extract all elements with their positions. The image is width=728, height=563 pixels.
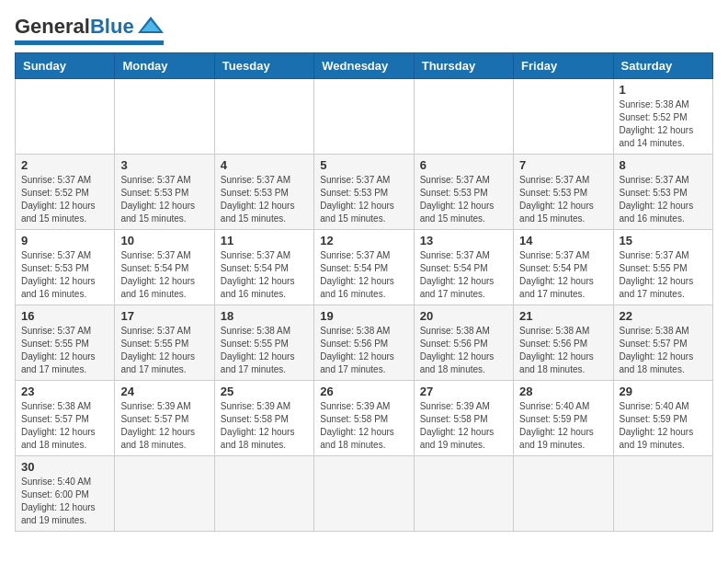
calendar-cell: 19Sunrise: 5:38 AM Sunset: 5:56 PM Dayli… — [314, 305, 414, 381]
day-number: 15 — [620, 234, 707, 247]
day-number: 5 — [320, 158, 407, 172]
calendar-cell — [613, 456, 712, 532]
day-number: 11 — [221, 234, 308, 247]
day-info: Sunrise: 5:39 AM Sunset: 5:58 PM Dayligh… — [420, 400, 507, 452]
day-info: Sunrise: 5:37 AM Sunset: 5:54 PM Dayligh… — [519, 249, 607, 301]
day-number: 18 — [221, 309, 308, 323]
day-info: Sunrise: 5:37 AM Sunset: 5:53 PM Dayligh… — [221, 174, 308, 225]
calendar-cell: 2Sunrise: 5:37 AM Sunset: 5:52 PM Daylig… — [16, 155, 115, 230]
day-info: Sunrise: 5:37 AM Sunset: 5:54 PM Dayligh… — [120, 249, 208, 301]
day-number: 23 — [21, 385, 108, 398]
calendar-cell: 25Sunrise: 5:39 AM Sunset: 5:58 PM Dayli… — [214, 381, 313, 456]
day-info: Sunrise: 5:39 AM Sunset: 5:58 PM Dayligh… — [221, 400, 308, 452]
calendar-cell: 26Sunrise: 5:39 AM Sunset: 5:58 PM Dayli… — [314, 381, 414, 456]
calendar-cell: 15Sunrise: 5:37 AM Sunset: 5:55 PM Dayli… — [613, 230, 712, 305]
day-info: Sunrise: 5:38 AM Sunset: 5:57 PM Dayligh… — [620, 325, 707, 376]
day-number: 30 — [21, 460, 108, 474]
day-number: 9 — [21, 234, 108, 247]
calendar-cell: 10Sunrise: 5:37 AM Sunset: 5:54 PM Dayli… — [115, 230, 214, 305]
day-info: Sunrise: 5:37 AM Sunset: 5:53 PM Dayligh… — [21, 249, 108, 301]
day-info: Sunrise: 5:37 AM Sunset: 5:53 PM Dayligh… — [320, 174, 407, 225]
calendar-cell: 28Sunrise: 5:40 AM Sunset: 5:59 PM Dayli… — [514, 381, 613, 456]
calendar-header-tuesday: Tuesday — [214, 53, 313, 79]
day-info: Sunrise: 5:37 AM Sunset: 5:55 PM Dayligh… — [620, 249, 707, 301]
day-number: 10 — [120, 234, 208, 247]
day-info: Sunrise: 5:37 AM Sunset: 5:53 PM Dayligh… — [420, 174, 507, 225]
day-number: 29 — [620, 385, 707, 398]
calendar: SundayMondayTuesdayWednesdayThursdayFrid… — [15, 52, 713, 532]
day-info: Sunrise: 5:38 AM Sunset: 5:57 PM Dayligh… — [21, 400, 108, 452]
calendar-cell: 23Sunrise: 5:38 AM Sunset: 5:57 PM Dayli… — [16, 381, 115, 456]
calendar-cell: 24Sunrise: 5:39 AM Sunset: 5:57 PM Dayli… — [115, 381, 214, 456]
calendar-cell: 3Sunrise: 5:37 AM Sunset: 5:53 PM Daylig… — [115, 155, 214, 230]
logo-icon — [138, 15, 164, 35]
day-number: 13 — [420, 234, 507, 247]
day-number: 1 — [620, 83, 707, 97]
day-number: 2 — [21, 158, 108, 172]
day-number: 4 — [221, 158, 308, 172]
calendar-cell — [514, 456, 613, 532]
calendar-cell — [115, 79, 214, 155]
calendar-cell: 6Sunrise: 5:37 AM Sunset: 5:53 PM Daylig… — [414, 155, 513, 230]
day-info: Sunrise: 5:37 AM Sunset: 5:52 PM Dayligh… — [21, 174, 108, 225]
day-number: 3 — [120, 158, 208, 172]
calendar-cell: 8Sunrise: 5:37 AM Sunset: 5:53 PM Daylig… — [613, 155, 712, 230]
calendar-cell — [314, 456, 414, 532]
day-number: 17 — [120, 309, 208, 323]
day-number: 24 — [120, 385, 208, 398]
calendar-cell — [115, 456, 214, 532]
header: General Blue — [15, 15, 713, 45]
day-number: 22 — [620, 309, 707, 323]
day-number: 21 — [519, 309, 607, 323]
calendar-cell — [314, 79, 414, 155]
day-info: Sunrise: 5:38 AM Sunset: 5:52 PM Dayligh… — [620, 98, 707, 150]
calendar-cell — [16, 79, 115, 155]
calendar-header-wednesday: Wednesday — [314, 53, 414, 79]
day-number: 20 — [420, 309, 507, 323]
calendar-cell — [414, 456, 513, 532]
day-info: Sunrise: 5:37 AM Sunset: 5:54 PM Dayligh… — [420, 249, 507, 301]
calendar-cell: 11Sunrise: 5:37 AM Sunset: 5:54 PM Dayli… — [214, 230, 313, 305]
calendar-header-row: SundayMondayTuesdayWednesdayThursdayFrid… — [16, 53, 713, 79]
calendar-cell: 12Sunrise: 5:37 AM Sunset: 5:54 PM Dayli… — [314, 230, 414, 305]
day-info: Sunrise: 5:37 AM Sunset: 5:54 PM Dayligh… — [320, 249, 407, 301]
calendar-cell: 27Sunrise: 5:39 AM Sunset: 5:58 PM Dayli… — [414, 381, 513, 456]
calendar-header-sunday: Sunday — [16, 53, 115, 79]
calendar-cell: 7Sunrise: 5:37 AM Sunset: 5:53 PM Daylig… — [514, 155, 613, 230]
calendar-cell: 22Sunrise: 5:38 AM Sunset: 5:57 PM Dayli… — [613, 305, 712, 381]
day-info: Sunrise: 5:38 AM Sunset: 5:56 PM Dayligh… — [320, 325, 407, 376]
calendar-cell: 30Sunrise: 5:40 AM Sunset: 6:00 PM Dayli… — [16, 456, 115, 532]
logo-underline — [15, 40, 164, 45]
day-number: 16 — [21, 309, 108, 323]
logo-general: General — [15, 15, 90, 39]
day-info: Sunrise: 5:38 AM Sunset: 5:56 PM Dayligh… — [519, 325, 607, 376]
calendar-cell: 29Sunrise: 5:40 AM Sunset: 5:59 PM Dayli… — [613, 381, 712, 456]
calendar-week-row: 16Sunrise: 5:37 AM Sunset: 5:55 PM Dayli… — [16, 305, 713, 381]
day-info: Sunrise: 5:37 AM Sunset: 5:55 PM Dayligh… — [21, 325, 108, 376]
calendar-week-row: 23Sunrise: 5:38 AM Sunset: 5:57 PM Dayli… — [16, 381, 713, 456]
day-info: Sunrise: 5:39 AM Sunset: 5:58 PM Dayligh… — [320, 400, 407, 452]
day-number: 8 — [620, 158, 707, 172]
calendar-cell — [514, 79, 613, 155]
calendar-cell: 20Sunrise: 5:38 AM Sunset: 5:56 PM Dayli… — [414, 305, 513, 381]
day-number: 6 — [420, 158, 507, 172]
calendar-cell: 13Sunrise: 5:37 AM Sunset: 5:54 PM Dayli… — [414, 230, 513, 305]
calendar-cell: 5Sunrise: 5:37 AM Sunset: 5:53 PM Daylig… — [314, 155, 414, 230]
calendar-cell — [214, 456, 313, 532]
day-number: 28 — [519, 385, 607, 398]
calendar-cell: 4Sunrise: 5:37 AM Sunset: 5:53 PM Daylig… — [214, 155, 313, 230]
calendar-header-monday: Monday — [115, 53, 214, 79]
calendar-cell: 18Sunrise: 5:38 AM Sunset: 5:55 PM Dayli… — [214, 305, 313, 381]
calendar-cell: 17Sunrise: 5:37 AM Sunset: 5:55 PM Dayli… — [115, 305, 214, 381]
calendar-cell: 14Sunrise: 5:37 AM Sunset: 5:54 PM Dayli… — [514, 230, 613, 305]
day-info: Sunrise: 5:40 AM Sunset: 6:00 PM Dayligh… — [21, 476, 108, 527]
calendar-cell — [414, 79, 513, 155]
calendar-week-row: 1Sunrise: 5:38 AM Sunset: 5:52 PM Daylig… — [16, 79, 713, 155]
day-info: Sunrise: 5:40 AM Sunset: 5:59 PM Dayligh… — [620, 400, 707, 452]
day-info: Sunrise: 5:37 AM Sunset: 5:53 PM Dayligh… — [620, 174, 707, 225]
day-info: Sunrise: 5:39 AM Sunset: 5:57 PM Dayligh… — [120, 400, 208, 452]
day-number: 7 — [519, 158, 607, 172]
logo: General Blue — [15, 15, 164, 45]
day-info: Sunrise: 5:38 AM Sunset: 5:56 PM Dayligh… — [420, 325, 507, 376]
calendar-week-row: 9Sunrise: 5:37 AM Sunset: 5:53 PM Daylig… — [16, 230, 713, 305]
